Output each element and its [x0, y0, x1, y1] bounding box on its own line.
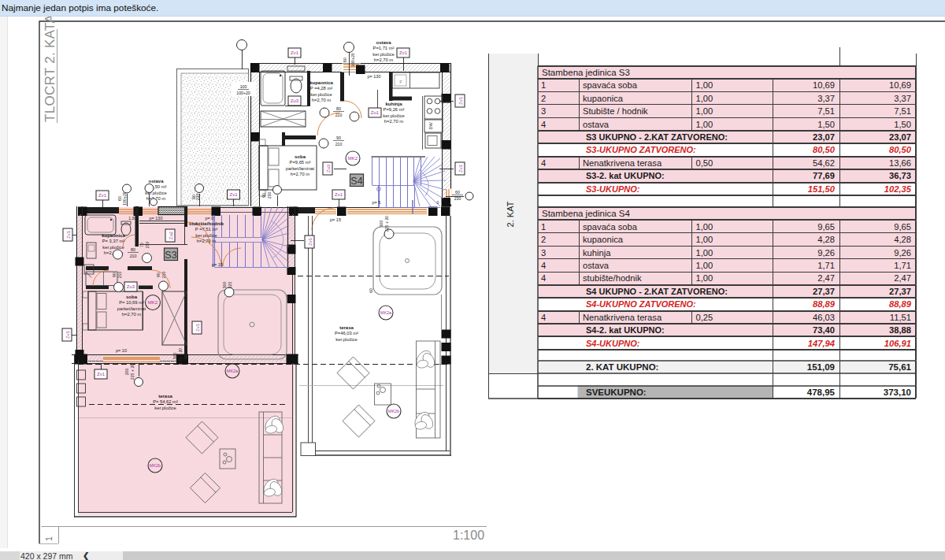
svg-text:Zv1: Zv1 — [229, 192, 238, 197]
svg-text:P=9,26 m²: P=9,26 m² — [384, 107, 405, 112]
svg-text:Stambena jedinica S4: Stambena jedinica S4 — [542, 209, 630, 218]
svg-text:2. KAT UKUPNO:: 2. KAT UKUPNO: — [586, 362, 658, 372]
svg-text:Zv1: Zv1 — [291, 50, 299, 55]
svg-text:0,50: 0,50 — [696, 158, 713, 168]
svg-text:spavaća soba: spavaća soba — [583, 222, 638, 232]
svg-text:S4-UKUPNO:: S4-UKUPNO: — [586, 339, 640, 348]
svg-text:9,26: 9,26 — [817, 248, 835, 258]
svg-text:ostava: ostava — [148, 179, 164, 184]
svg-text:210: 210 — [117, 272, 122, 279]
svg-text:151,50: 151,50 — [808, 184, 836, 194]
svg-text:3: 3 — [541, 248, 546, 258]
svg-text:373,10: 373,10 — [884, 388, 911, 397]
svg-text:2,47: 2,47 — [817, 273, 835, 283]
svg-text:p= 130: p= 130 — [368, 74, 381, 79]
svg-text:p= 10: p= 10 — [116, 348, 127, 353]
svg-text:300: 300 — [222, 282, 227, 289]
svg-text:1: 1 — [44, 536, 54, 541]
svg-text:60: 60 — [369, 288, 373, 293]
svg-text:1,50: 1,50 — [817, 120, 835, 129]
svg-text:P= 3,37 m²: P= 3,37 m² — [102, 239, 125, 243]
svg-text:11,51: 11,51 — [890, 313, 911, 322]
svg-text:3: 3 — [541, 106, 546, 116]
svg-text:S4: S4 — [350, 176, 362, 187]
svg-text:4: 4 — [541, 313, 546, 322]
svg-text:54,62: 54,62 — [813, 158, 835, 168]
svg-text:230: 230 — [195, 194, 200, 201]
svg-text:Zu3: Zu3 — [127, 284, 135, 289]
svg-text:1,00: 1,00 — [696, 120, 713, 129]
svg-text:88,89: 88,89 — [889, 299, 912, 309]
svg-text:1,00: 1,00 — [696, 222, 713, 232]
svg-text:80,50: 80,50 — [813, 145, 836, 154]
svg-text:210: 210 — [145, 242, 150, 249]
svg-text:3,37: 3,37 — [817, 94, 835, 103]
svg-text:4: 4 — [541, 158, 546, 168]
svg-text:p= 0: p= 0 — [206, 216, 214, 221]
svg-text:stubište/hodnik: stubište/hodnik — [189, 221, 224, 226]
svg-text:ostava: ostava — [376, 40, 391, 45]
svg-text:soba: soba — [126, 295, 138, 299]
svg-text:h=2,70 m: h=2,70 m — [312, 98, 332, 102]
svg-text:90: 90 — [156, 273, 161, 277]
svg-text:S3-2. kat UKUPNO:: S3-2. kat UKUPNO: — [586, 171, 665, 180]
svg-text:4,28: 4,28 — [817, 235, 835, 244]
svg-text:3,37: 3,37 — [894, 94, 911, 103]
svg-text:60: 60 — [343, 57, 347, 62]
svg-text:230: 230 — [267, 192, 272, 199]
svg-text:210: 210 — [335, 142, 343, 146]
svg-text:kupaonica: kupaonica — [309, 80, 333, 85]
svg-text:60: 60 — [117, 196, 122, 201]
svg-text:13,66: 13,66 — [889, 158, 911, 168]
svg-text:parket/laminat: parket/laminat — [117, 306, 146, 311]
svg-text:4,28: 4,28 — [894, 235, 911, 244]
svg-text:100+20: 100+20 — [350, 53, 355, 67]
svg-text:soba: soba — [295, 154, 306, 159]
svg-text:p= 130: p= 130 — [150, 216, 163, 221]
svg-text:p= 15: p= 15 — [212, 262, 223, 267]
svg-text:ker.pločice: ker.pločice — [335, 337, 357, 342]
svg-text:P= 10,69 m²: P= 10,69 m² — [119, 300, 144, 305]
svg-text:80,50: 80,50 — [889, 145, 912, 154]
svg-text:Zv1: Zv1 — [458, 164, 463, 172]
svg-text:38,88: 38,88 — [889, 325, 911, 335]
svg-text:stubište/hodnik: stubište/hodnik — [583, 273, 642, 283]
svg-text:Zv1: Zv1 — [66, 230, 71, 239]
svg-text:Zv1: Zv1 — [308, 237, 313, 246]
svg-text:100+20: 100+20 — [236, 91, 250, 95]
svg-text:Zu3: Zu3 — [326, 164, 331, 172]
svg-text:88,89: 88,89 — [813, 299, 836, 309]
svg-text:DW: DW — [428, 122, 433, 130]
svg-text:200: 200 — [124, 369, 129, 376]
svg-text:p= 15: p= 15 — [330, 217, 341, 222]
svg-text:kupaonica: kupaonica — [102, 233, 125, 238]
svg-text:MK2a: MK2a — [380, 310, 392, 315]
svg-text:80: 80 — [336, 106, 341, 111]
svg-text:1:100: 1:100 — [453, 528, 484, 542]
svg-text:23,07: 23,07 — [889, 132, 911, 142]
svg-text:P=9,65 m²: P=9,65 m² — [290, 160, 311, 165]
svg-text:10,69: 10,69 — [813, 80, 835, 90]
svg-text:MK2: MK2 — [148, 300, 158, 305]
svg-text:MK2a: MK2a — [227, 369, 239, 373]
svg-text:77,69: 77,69 — [813, 171, 835, 180]
svg-text:27,37: 27,37 — [889, 287, 911, 296]
svg-text:ostava: ostava — [583, 120, 610, 129]
svg-text:27,37: 27,37 — [813, 287, 835, 296]
svg-text:100: 100 — [240, 84, 247, 89]
svg-text:Nenatkrivena terasa: Nenatkrivena terasa — [583, 158, 662, 168]
svg-text:225 + 20: 225 + 20 — [384, 216, 389, 232]
svg-text:P= 54,62 m²: P= 54,62 m² — [153, 399, 178, 404]
svg-text:h=2,70 m: h=2,70 m — [197, 239, 217, 243]
svg-text:Zv1: Zv1 — [98, 193, 107, 198]
svg-text:MK2b: MK2b — [388, 409, 399, 414]
svg-text:2: 2 — [541, 94, 546, 103]
svg-text:Zv1: Zv1 — [399, 50, 408, 55]
svg-text:7,51: 7,51 — [894, 106, 911, 116]
svg-text:MK2b: MK2b — [150, 463, 161, 468]
svg-text:90: 90 — [261, 193, 266, 198]
svg-text:90: 90 — [336, 135, 341, 140]
svg-text:ker.pločice: ker.pločice — [102, 245, 124, 250]
svg-text:Zv1: Zv1 — [335, 192, 343, 197]
svg-text:F: F — [399, 80, 402, 84]
